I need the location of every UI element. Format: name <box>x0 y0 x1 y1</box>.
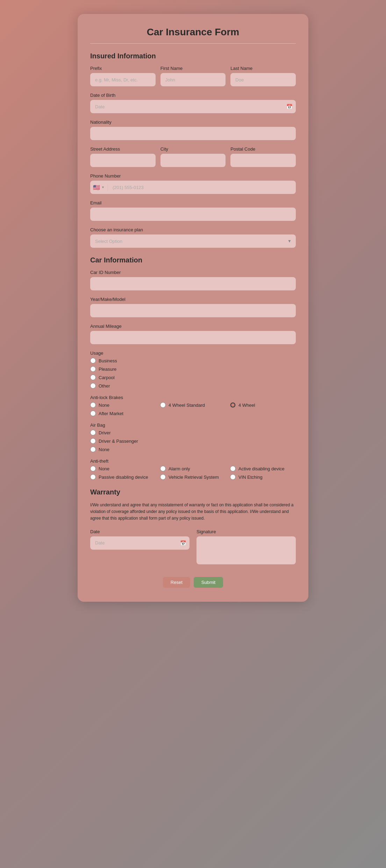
warranty-section-title: Warranty <box>90 488 296 496</box>
antilock-4wheel-radio[interactable] <box>230 402 236 408</box>
antitheft-retrieval[interactable]: Vehicle Retrieval System <box>160 474 226 480</box>
warranty-date-label: Date <box>90 529 190 534</box>
annual-mileage-input[interactable] <box>90 331 296 344</box>
airbag-none-radio[interactable] <box>90 447 96 452</box>
antitheft-passive-radio[interactable] <box>90 474 96 480</box>
city-input[interactable] <box>160 154 226 167</box>
antitheft-alarm-radio[interactable] <box>160 466 166 471</box>
usage-other-radio[interactable] <box>90 383 96 389</box>
insured-section-title: Insured Information <box>90 52 296 60</box>
phone-dropdown-arrow: ▼ <box>101 186 105 189</box>
phone-label: Phone Number <box>90 173 296 179</box>
airbag-driver-passenger[interactable]: Driver & Passenger <box>90 438 296 444</box>
airbag-driver[interactable]: Driver <box>90 430 296 435</box>
nationality-label: Nationality <box>90 120 296 125</box>
usage-business-label: Business <box>99 358 117 363</box>
firstname-input[interactable] <box>160 73 226 86</box>
postal-label: Postal Code <box>230 146 296 152</box>
antitheft-radio-group: None Alarm only Active disabling device … <box>90 466 296 480</box>
airbag-none-label: None <box>99 447 109 452</box>
airbag-driver-label: Driver <box>99 430 111 435</box>
warranty-date-input[interactable] <box>90 536 190 550</box>
antilock-aftermarket-label: After Market <box>99 411 123 416</box>
phone-wrapper: 🇺🇸 ▼ <box>90 181 296 194</box>
antitheft-none[interactable]: None <box>90 466 156 471</box>
phone-group: Phone Number 🇺🇸 ▼ <box>90 173 296 194</box>
airbag-none[interactable]: None <box>90 447 296 452</box>
lastname-group: Last Name <box>230 66 296 86</box>
antitheft-vin-label: VIN Etching <box>238 475 263 480</box>
antilock-4wheel-standard[interactable]: 4 Wheel Standard <box>160 402 226 408</box>
antilock-aftermarket-radio[interactable] <box>90 411 96 416</box>
nationality-input[interactable] <box>90 127 296 140</box>
usage-pleasure-label: Pleasure <box>99 367 116 372</box>
lastname-label: Last Name <box>230 66 296 71</box>
usage-group: Usage Business Pleasure Carpool Other <box>90 350 296 389</box>
antilock-none-radio[interactable] <box>90 402 96 408</box>
prefix-input[interactable] <box>90 73 156 86</box>
antitheft-alarm[interactable]: Alarm only <box>160 466 226 471</box>
antitheft-active-radio[interactable] <box>230 466 236 471</box>
airbag-driver-passenger-label: Driver & Passenger <box>99 439 138 444</box>
reset-button[interactable]: Reset <box>163 577 190 588</box>
airbag-driver-passenger-radio[interactable] <box>90 438 96 444</box>
antitheft-retrieval-label: Vehicle Retrieval System <box>169 475 219 480</box>
antitheft-alarm-label: Alarm only <box>169 466 190 471</box>
antilock-aftermarket[interactable]: After Market <box>90 411 156 416</box>
warranty-text: I/We understand and agree that any misst… <box>90 502 296 522</box>
form-buttons: Reset Submit <box>90 577 296 588</box>
antitheft-vin[interactable]: VIN Etching <box>230 474 296 480</box>
phone-input[interactable] <box>108 181 296 194</box>
insurance-plan-group: Choose an insurance plan Select Option B… <box>90 227 296 248</box>
usage-other[interactable]: Other <box>90 383 296 389</box>
antitheft-none-radio[interactable] <box>90 466 96 471</box>
street-group: Street Address <box>90 146 156 167</box>
usage-pleasure-radio[interactable] <box>90 366 96 372</box>
airbag-group: Air Bag Driver Driver & Passenger None <box>90 422 296 452</box>
prefix-label: Prefix <box>90 66 156 71</box>
usage-carpool[interactable]: Carpool <box>90 375 296 380</box>
postal-input[interactable] <box>230 154 296 167</box>
bottom-row: Date 📅 Signature <box>90 529 296 571</box>
form-card: Car Insurance Form Insured Information P… <box>78 14 308 602</box>
warranty-date-wrapper: 📅 <box>90 536 190 550</box>
antitheft-active[interactable]: Active disabling device <box>230 466 296 471</box>
usage-business[interactable]: Business <box>90 358 296 363</box>
airbag-driver-radio[interactable] <box>90 430 96 435</box>
antilock-4wheel[interactable]: 4 Wheel <box>230 402 296 408</box>
email-input[interactable] <box>90 208 296 221</box>
antitheft-label: Anti-theft <box>90 458 296 464</box>
dob-input[interactable] <box>90 100 296 113</box>
usage-pleasure[interactable]: Pleasure <box>90 366 296 372</box>
antitheft-vin-radio[interactable] <box>230 474 236 480</box>
phone-flag-button[interactable]: 🇺🇸 ▼ <box>90 184 108 191</box>
dob-wrapper: 📅 <box>90 100 296 113</box>
firstname-label: First Name <box>160 66 226 71</box>
street-input[interactable] <box>90 154 156 167</box>
city-label: City <box>160 146 226 152</box>
lastname-input[interactable] <box>230 73 296 86</box>
usage-label: Usage <box>90 350 296 356</box>
antilock-none[interactable]: None <box>90 402 156 408</box>
antilock-4wheel-standard-radio[interactable] <box>160 402 166 408</box>
usage-carpool-radio[interactable] <box>90 375 96 380</box>
antitheft-retrieval-radio[interactable] <box>160 474 166 480</box>
email-label: Email <box>90 200 296 205</box>
antitheft-none-label: None <box>99 466 109 471</box>
form-title: Car Insurance Form <box>90 27 296 44</box>
antitheft-passive[interactable]: Passive disabling device <box>90 474 156 480</box>
signature-box[interactable] <box>196 536 296 564</box>
year-make-model-input[interactable] <box>90 304 296 317</box>
submit-button[interactable]: Submit <box>194 577 223 588</box>
car-id-input[interactable] <box>90 277 296 290</box>
postal-group: Postal Code <box>230 146 296 167</box>
antitheft-active-label: Active disabling device <box>238 466 285 471</box>
usage-radio-group: Business Pleasure Carpool Other <box>90 358 296 389</box>
usage-business-radio[interactable] <box>90 358 96 363</box>
prefix-group: Prefix <box>90 66 156 86</box>
antitheft-group: Anti-theft None Alarm only Active disabl… <box>90 458 296 480</box>
antilock-none-label: None <box>99 403 109 408</box>
insurance-plan-select[interactable]: Select Option Basic Standard Premium Com… <box>90 234 296 248</box>
car-section-title: Car Information <box>90 256 296 264</box>
annual-mileage-group: Annual Mileage <box>90 324 296 344</box>
